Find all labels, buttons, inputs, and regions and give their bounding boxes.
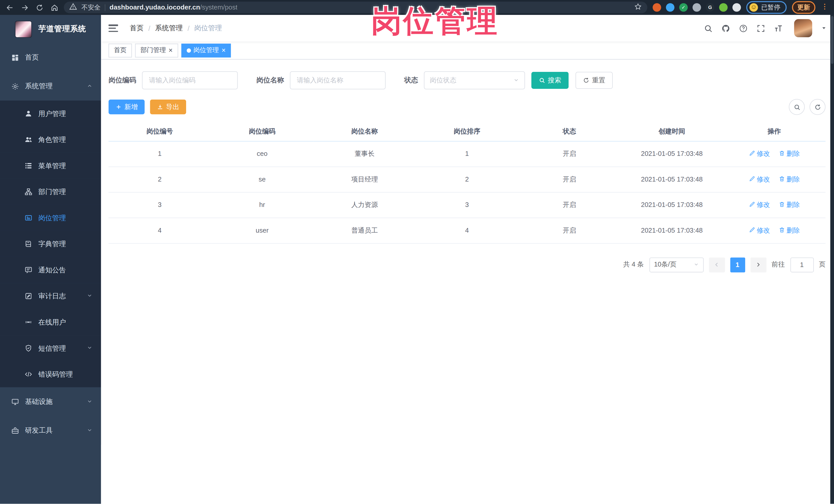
goto-suffix: 页 <box>819 260 826 269</box>
trash-icon <box>778 150 785 158</box>
breadcrumb-separator: / <box>188 24 190 32</box>
sidebar-item-dept-management[interactable]: 部门管理 <box>0 179 101 205</box>
status-select[interactable]: 岗位状态 <box>424 71 525 89</box>
reset-button[interactable]: 重置 <box>575 72 613 89</box>
breadcrumb-system[interactable]: 系统管理 <box>155 23 183 33</box>
sidebar-item-menu-management[interactable]: 菜单管理 <box>0 153 101 179</box>
tab-post-management[interactable]: 岗位管理× <box>181 43 231 57</box>
sidebar-item-role-management[interactable]: 角色管理 <box>0 127 101 153</box>
column-header: 岗位编号 <box>109 123 211 141</box>
delete-link[interactable]: 删除 <box>778 175 800 184</box>
pin-extension-icon[interactable] <box>666 3 674 12</box>
close-icon[interactable]: × <box>169 47 173 54</box>
edit-link[interactable]: 修改 <box>749 149 770 158</box>
filter-form: 岗位编码 岗位名称 状态 岗位状态 搜索 <box>109 71 826 89</box>
sidebar-item-post-management[interactable]: 岗位管理 <box>0 205 101 231</box>
omnibox-divider <box>105 4 105 11</box>
scrollbar-thumb[interactable] <box>831 16 833 64</box>
search-button[interactable]: 搜索 <box>531 72 569 89</box>
add-button[interactable]: 新增 <box>109 100 145 114</box>
browser-menu-kebab-icon[interactable] <box>821 2 829 12</box>
fullscreen-icon[interactable] <box>756 23 765 33</box>
edit-icon <box>749 175 755 183</box>
next-page-button[interactable] <box>750 257 766 272</box>
sidebar-logo[interactable]: 芋道管理系统 <box>0 15 101 43</box>
bookmark-star-icon[interactable] <box>634 3 642 12</box>
chevron-down-icon <box>87 426 93 434</box>
delete-link[interactable]: 删除 <box>778 149 800 158</box>
cell-status: 开启 <box>518 192 621 217</box>
terminal-extension-icon[interactable]: G <box>706 3 715 12</box>
close-icon[interactable]: × <box>221 47 226 54</box>
sidebar-item-dict-management[interactable]: 字典管理 <box>0 231 101 257</box>
breadcrumb-home[interactable]: 首页 <box>130 23 144 33</box>
post-code-input[interactable] <box>142 71 238 89</box>
prev-page-button[interactable] <box>709 257 725 272</box>
search-icon[interactable] <box>703 23 712 33</box>
sidebar-item-error-code-management[interactable]: 错误码管理 <box>0 361 101 388</box>
sidebar-item-audit-log[interactable]: 审计日志 <box>0 283 101 309</box>
edit-link[interactable]: 修改 <box>749 226 770 235</box>
screen: 不安全 dashboard.yudao.iocoder.cn/system/po… <box>0 0 834 504</box>
url-path: /system/post <box>200 4 237 11</box>
edit-link-label: 修改 <box>757 149 770 158</box>
edit-icon <box>749 150 755 158</box>
delete-link[interactable]: 删除 <box>778 200 800 209</box>
sidebar-item-notice-management[interactable]: 通知公告 <box>0 257 101 283</box>
status-label: 状态 <box>404 75 418 85</box>
github-icon[interactable] <box>721 23 730 33</box>
post-code-label: 岗位编码 <box>109 75 136 85</box>
sidebar-item-label: 岗位管理 <box>38 213 66 223</box>
cell-sort: 4 <box>416 217 518 243</box>
donut-extension-icon[interactable] <box>653 3 661 12</box>
user-avatar[interactable] <box>794 19 812 37</box>
profile-paused-chip[interactable]: ☺ 已暂停 <box>746 1 787 14</box>
help-icon[interactable] <box>738 23 748 33</box>
grid-extension-icon[interactable] <box>693 3 701 12</box>
delete-link-label: 删除 <box>787 175 800 184</box>
browser-forward-icon[interactable] <box>20 3 29 12</box>
sidebar-item-sms-management[interactable]: 短信管理 <box>0 335 101 361</box>
chevron-down-icon <box>87 398 93 406</box>
page-number-1[interactable]: 1 <box>730 257 745 272</box>
browser-reload-icon[interactable] <box>35 3 44 12</box>
refresh-button[interactable] <box>810 99 826 115</box>
browser-update-button[interactable]: 更新 <box>792 1 815 14</box>
font-size-icon[interactable] <box>773 23 783 33</box>
goto-page-input[interactable] <box>790 257 813 272</box>
cell-name: 普通员工 <box>313 217 416 243</box>
chevron-down-icon[interactable] <box>821 23 827 33</box>
sidebar-item-label: 部门管理 <box>38 187 66 196</box>
export-button[interactable]: 导出 <box>150 100 186 114</box>
browser-back-icon[interactable] <box>5 3 14 12</box>
sidebar-item-dev-tools[interactable]: 研发工具 <box>0 416 101 445</box>
tab-dept-management[interactable]: 部门管理× <box>135 43 178 57</box>
tab-home[interactable]: 首页 <box>109 43 132 57</box>
edit-link[interactable]: 修改 <box>749 175 770 184</box>
infra-icon <box>11 398 19 406</box>
sidebar-item-system-management[interactable]: 系统管理 <box>0 72 101 101</box>
plus-icon <box>115 104 122 110</box>
check-extension-icon[interactable]: ✓ <box>679 3 688 12</box>
toggle-search-button[interactable] <box>789 99 805 115</box>
cell-code: ceo <box>211 141 313 167</box>
download-icon <box>157 104 163 110</box>
page-size-select[interactable]: 10条/页 <box>649 257 703 272</box>
cell-sort: 2 <box>416 167 518 192</box>
sidebar-item-online-users[interactable]: 在线用户 <box>0 309 101 335</box>
sprout-extension-icon[interactable] <box>719 3 727 12</box>
browser-home-icon[interactable] <box>50 3 59 12</box>
sidebar-item-home[interactable]: 首页 <box>0 43 101 72</box>
edit-link[interactable]: 修改 <box>749 200 770 209</box>
sidebar-item-label: 角色管理 <box>38 135 66 144</box>
scrollbar[interactable] <box>830 15 834 504</box>
cell-id: 2 <box>109 167 211 192</box>
delete-link[interactable]: 删除 <box>778 226 800 235</box>
address-bar[interactable]: 不安全 dashboard.yudao.iocoder.cn/system/po… <box>64 2 648 13</box>
sidebar-item-infrastructure[interactable]: 基础设施 <box>0 387 101 416</box>
org-tree-icon <box>24 188 32 196</box>
post-name-input[interactable] <box>290 71 386 89</box>
hamburger-icon[interactable] <box>109 24 118 32</box>
puzzle-extension-icon[interactable] <box>732 3 741 12</box>
sidebar-item-user-management[interactable]: 用户管理 <box>0 101 101 127</box>
